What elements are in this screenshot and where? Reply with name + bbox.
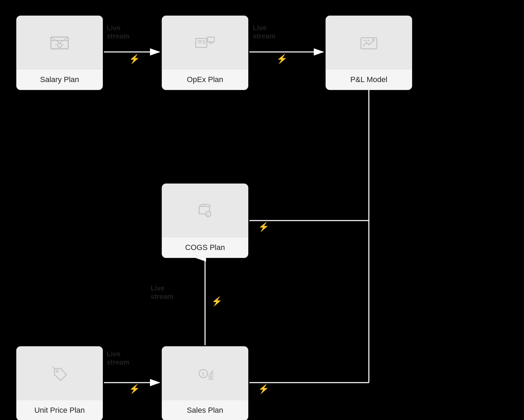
svg-rect-18	[207, 37, 214, 42]
svg-rect-33	[209, 376, 211, 379]
card-cogs-plan-icon-area: $	[162, 184, 248, 238]
label-sales-cogs: Livestream	[151, 284, 174, 301]
svg-rect-14	[196, 38, 207, 47]
svg-rect-16	[203, 41, 205, 42]
pl-icon	[357, 31, 381, 55]
diagram-container: ⚡ ⚡ ⚡ ⚡ ⚡ ⚡ Livestream Livestream Livest…	[0, 0, 524, 420]
card-pl-model-icon-area	[326, 16, 412, 70]
svg-rect-15	[198, 41, 201, 43]
card-cogs-plan-label: COGS Plan	[185, 243, 225, 252]
card-salary-plan-label-area: Salary Plan	[17, 70, 103, 90]
svg-point-22	[364, 40, 365, 41]
card-pl-model-label-area: P&L Model	[326, 70, 412, 90]
card-opex-plan-icon-area	[162, 16, 248, 70]
lightning-cogs-pl: ⚡	[258, 222, 269, 232]
svg-point-11	[57, 43, 62, 47]
card-pl-model[interactable]: P&L Model	[326, 16, 412, 90]
opex-icon	[193, 31, 217, 55]
card-salary-plan-label: Salary Plan	[40, 75, 79, 84]
card-sales-plan-label-area: Sales Plan	[162, 400, 248, 420]
svg-rect-17	[203, 43, 205, 44]
card-unit-price-plan[interactable]: Unit Price Plan	[16, 346, 103, 420]
card-salary-plan-icon-area	[17, 16, 103, 70]
label-opex-pl: Livestream	[253, 24, 276, 40]
card-unit-price-plan-label-area: Unit Price Plan	[17, 400, 103, 420]
card-cogs-plan[interactable]: $ COGS Plan	[162, 184, 248, 258]
svg-rect-34	[211, 373, 213, 379]
svg-line-30	[52, 366, 54, 368]
card-pl-model-label: P&L Model	[350, 75, 388, 84]
price-icon	[47, 361, 72, 386]
lightning-salary-opex: ⚡	[129, 54, 140, 64]
salary-icon	[47, 31, 72, 55]
card-opex-plan-label: OpEx Plan	[187, 75, 223, 84]
card-unit-price-plan-label: Unit Price Plan	[34, 406, 85, 415]
card-sales-plan-icon-area: $	[162, 347, 248, 400]
label-salary-opex: Livestream	[107, 24, 130, 40]
lightning-unit-sales: ⚡	[129, 384, 140, 394]
card-unit-price-plan-icon-area	[17, 347, 103, 400]
card-opex-plan[interactable]: OpEx Plan	[162, 16, 248, 90]
lightning-sales-pl: ⚡	[258, 384, 269, 394]
svg-text:$: $	[207, 213, 209, 216]
svg-point-23	[366, 40, 367, 41]
sales-icon: $	[193, 361, 217, 386]
svg-point-29	[56, 370, 58, 372]
card-sales-plan-label: Sales Plan	[187, 406, 223, 415]
svg-point-24	[368, 40, 369, 41]
card-opex-plan-label-area: OpEx Plan	[162, 70, 248, 90]
cogs-icon: $	[193, 199, 217, 223]
lightning-sales-cogs: ⚡	[211, 296, 222, 307]
label-unit-sales: Livestream	[107, 350, 130, 366]
lightning-opex-pl: ⚡	[276, 54, 287, 64]
card-salary-plan[interactable]: Salary Plan	[16, 16, 103, 90]
card-sales-plan[interactable]: $ Sales Plan	[162, 346, 248, 420]
svg-text:$: $	[202, 372, 204, 376]
card-cogs-plan-label-area: COGS Plan	[162, 238, 248, 258]
